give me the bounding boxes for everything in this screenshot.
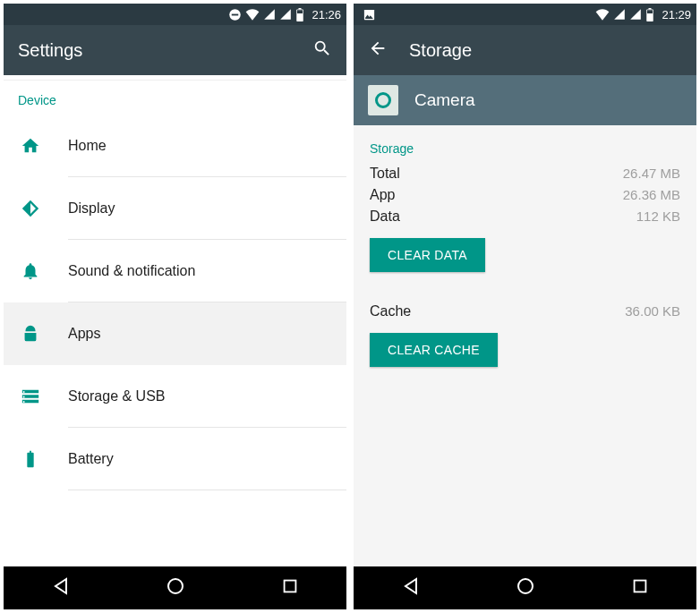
section-header: Storage bbox=[370, 138, 680, 163]
battery-icon bbox=[645, 8, 654, 21]
app-bar: Storage bbox=[354, 25, 696, 75]
image-icon bbox=[363, 8, 376, 21]
app-name: Camera bbox=[414, 90, 475, 110]
row-value: 26.47 MB bbox=[623, 166, 680, 182]
list-item-label: Home bbox=[68, 138, 107, 154]
nav-recent[interactable] bbox=[280, 576, 300, 600]
svg-point-5 bbox=[168, 579, 183, 593]
svg-rect-6 bbox=[284, 581, 295, 592]
battery-icon bbox=[21, 449, 40, 469]
arrow-back-icon bbox=[368, 38, 388, 58]
signal-icon bbox=[263, 8, 276, 21]
status-bar: 21:26 bbox=[4, 4, 346, 25]
svg-rect-3 bbox=[299, 8, 302, 10]
app-bar: Settings bbox=[4, 25, 346, 75]
storage-screen: 21:29 Storage Camera Storage Total 26.47… bbox=[354, 4, 696, 609]
settings-item-display[interactable]: Display bbox=[4, 177, 346, 240]
list-item-label: Apps bbox=[68, 326, 100, 342]
wifi-icon bbox=[245, 8, 260, 21]
row-label: App bbox=[370, 187, 395, 203]
camera-app-icon bbox=[368, 85, 398, 115]
signal-icon bbox=[613, 8, 626, 21]
row-value: 112 KB bbox=[636, 209, 680, 225]
settings-item-battery[interactable]: Battery bbox=[4, 428, 346, 490]
svg-rect-9 bbox=[649, 8, 652, 10]
row-value: 36.00 KB bbox=[625, 303, 680, 319]
settings-item-sound[interactable]: Sound & notification bbox=[4, 240, 346, 302]
section-header: Device bbox=[4, 81, 346, 115]
nav-back[interactable] bbox=[400, 575, 422, 600]
storage-row-cache: Cache 36.00 KB bbox=[370, 301, 680, 322]
signal-icon bbox=[629, 8, 642, 21]
storage-icon bbox=[21, 387, 40, 406]
back-button[interactable] bbox=[368, 38, 388, 62]
nav-recent[interactable] bbox=[630, 576, 650, 600]
app-header: Camera bbox=[354, 75, 696, 125]
android-icon bbox=[21, 324, 40, 344]
page-title: Storage bbox=[409, 40, 682, 61]
search-icon bbox=[312, 38, 332, 58]
clear-data-button[interactable]: CLEAR DATA bbox=[370, 238, 485, 272]
nav-home[interactable] bbox=[165, 575, 186, 600]
settings-screen: 21:26 Settings Device Home Display Sound… bbox=[4, 4, 346, 609]
storage-row-data: Data 112 KB bbox=[370, 206, 680, 227]
nav-back[interactable] bbox=[50, 575, 72, 600]
home-icon bbox=[21, 136, 40, 156]
list-item-label: Display bbox=[68, 200, 115, 217]
wifi-icon bbox=[595, 8, 610, 21]
clear-cache-button[interactable]: CLEAR CACHE bbox=[370, 333, 498, 367]
settings-list: Device Home Display Sound & notification… bbox=[4, 75, 346, 566]
row-label: Total bbox=[370, 166, 400, 182]
svg-rect-10 bbox=[647, 10, 653, 13]
settings-item-storage[interactable]: Storage & USB bbox=[4, 365, 346, 428]
nav-home[interactable] bbox=[515, 575, 536, 600]
row-label: Cache bbox=[370, 303, 411, 319]
svg-rect-4 bbox=[297, 10, 303, 13]
display-icon bbox=[21, 199, 40, 218]
svg-point-11 bbox=[518, 579, 533, 593]
search-button[interactable] bbox=[312, 38, 332, 62]
signal-icon bbox=[279, 8, 292, 21]
page-title: Settings bbox=[18, 40, 291, 61]
nav-bar bbox=[4, 566, 346, 609]
list-item-label: Storage & USB bbox=[68, 388, 166, 404]
bell-icon bbox=[21, 261, 40, 281]
status-time: 21:29 bbox=[662, 8, 691, 21]
storage-details: Storage Total 26.47 MB App 26.36 MB Data… bbox=[354, 125, 696, 566]
battery-icon bbox=[295, 8, 304, 21]
list-item-label: Battery bbox=[68, 451, 114, 467]
svg-rect-12 bbox=[634, 581, 645, 592]
settings-item-apps[interactable]: Apps bbox=[4, 302, 346, 365]
storage-row-app: App 26.36 MB bbox=[370, 184, 680, 206]
svg-rect-1 bbox=[232, 13, 239, 15]
list-item-label: Sound & notification bbox=[68, 263, 195, 279]
settings-item-home[interactable]: Home bbox=[4, 115, 346, 177]
storage-row-total: Total 26.47 MB bbox=[370, 163, 680, 184]
row-value: 26.36 MB bbox=[623, 187, 680, 203]
row-label: Data bbox=[370, 209, 400, 225]
nav-bar bbox=[354, 566, 696, 609]
status-bar: 21:29 bbox=[354, 4, 696, 25]
status-time: 21:26 bbox=[312, 8, 341, 21]
dnd-icon bbox=[228, 8, 242, 21]
